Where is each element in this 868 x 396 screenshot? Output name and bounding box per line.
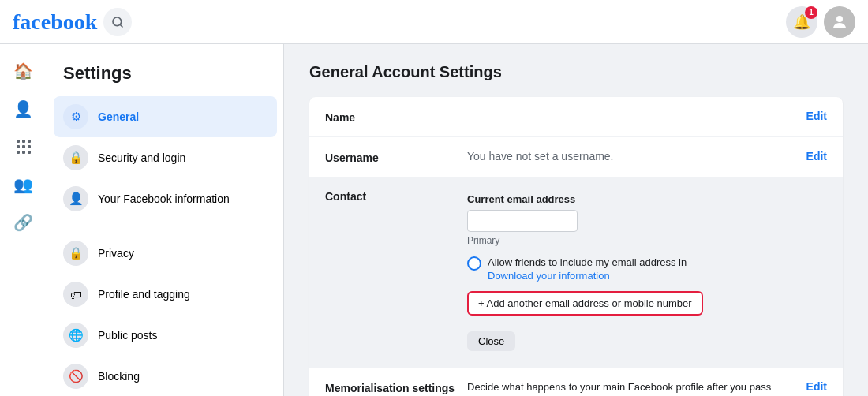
username-row: Username You have not set a username. Ed… [309, 137, 843, 177]
radio-dot [471, 260, 477, 267]
sidebar-item-blocking[interactable]: 🚫 Blocking [54, 356, 277, 396]
svg-rect-10 [22, 151, 25, 154]
memorialisation-desc: Decide what happens to your main Faceboo… [467, 381, 771, 396]
username-action: Edit [794, 150, 827, 163]
name-edit-link[interactable]: Edit [806, 110, 827, 122]
svg-rect-8 [28, 145, 31, 148]
sidebar-item-fb-info[interactable]: 👤 Your Facebook information [54, 178, 277, 219]
memorialisation-label: Memorialisation settings [325, 380, 467, 394]
contact-label: Contact [325, 190, 467, 203]
memorialisation-action: Edit [794, 380, 827, 393]
allow-friends-text-block: Allow friends to include my email addres… [488, 256, 687, 282]
profile-nav-button[interactable]: 👤 [6, 92, 41, 126]
svg-rect-6 [17, 145, 20, 148]
name-label: Name [325, 110, 467, 124]
settings-sidebar: Settings ⚙ General 🔒 Security and login … [47, 44, 284, 396]
left-icon-bar: 🏠 👤 👥 🔗 [0, 44, 47, 396]
profile-tag-icon: 🏷 [63, 282, 88, 307]
allow-friends-radio[interactable] [467, 256, 481, 271]
contact-row: Contact Current email address Primary Al… [309, 177, 843, 368]
contact-content: Current email address Primary Allow frie… [467, 190, 827, 354]
svg-line-1 [120, 24, 122, 27]
blocking-icon: 🚫 [63, 364, 88, 389]
svg-rect-11 [28, 151, 31, 154]
add-email-button[interactable]: + Add another email address or mobile nu… [467, 291, 703, 316]
add-email-wrapper: + Add another email address or mobile nu… [467, 291, 827, 323]
sidebar-item-profile-tagging[interactable]: 🏷 Profile and tagging [54, 274, 277, 315]
sidebar-item-privacy[interactable]: 🔒 Privacy [54, 233, 277, 274]
allow-friends-text: Allow friends to include my email addres… [488, 256, 687, 268]
sidebar-item-label: General [98, 110, 139, 123]
sidebar-item-label: Profile and tagging [98, 288, 190, 301]
user-avatar-icon [830, 13, 849, 32]
svg-rect-4 [22, 140, 25, 143]
sidebar-item-label: Security and login [98, 151, 185, 164]
name-row: Name Edit [309, 97, 843, 137]
username-edit-link[interactable]: Edit [806, 150, 827, 163]
sidebar-item-public-posts[interactable]: 🌐 Public posts [54, 315, 277, 356]
page-layout: 🏠 👤 👥 🔗 Settings ⚙ General 🔒 Security an… [0, 44, 868, 396]
username-content: You have not set a username. [467, 150, 794, 163]
sidebar-item-general[interactable]: ⚙ General [54, 96, 277, 137]
security-icon: 🔒 [63, 145, 88, 170]
memorialisation-row: Memorialisation settings Decide what hap… [309, 368, 843, 396]
username-label: Username [325, 150, 467, 164]
primary-label: Primary [467, 235, 827, 246]
sidebar-divider [63, 226, 268, 226]
settings-card: Name Edit Username You have not set a us… [309, 97, 843, 396]
settings-title: Settings [54, 57, 277, 96]
page-title: General Account Settings [309, 63, 843, 81]
memorialisation-content: Decide what happens to your main Faceboo… [467, 380, 794, 396]
email-section-label: Current email address [467, 193, 827, 205]
groups-nav-button[interactable]: 👥 [6, 167, 41, 202]
profile-avatar-button[interactable] [824, 6, 855, 38]
nav-right: 🔔 1 [786, 6, 855, 38]
avatar-circle [824, 6, 855, 38]
main-content: General Account Settings Name Edit Usern… [284, 44, 868, 396]
fb-info-icon: 👤 [63, 186, 88, 211]
public-posts-icon: 🌐 [63, 323, 88, 348]
general-icon: ⚙ [63, 104, 88, 129]
svg-rect-5 [28, 140, 31, 143]
svg-point-2 [836, 16, 843, 22]
apps-nav-button[interactable] [6, 129, 41, 164]
sidebar-item-label: Privacy [98, 247, 134, 260]
nav-left: facebook [13, 8, 132, 36]
svg-rect-9 [17, 151, 20, 154]
svg-rect-7 [22, 145, 25, 148]
name-action: Edit [794, 110, 827, 122]
top-nav: facebook 🔔 1 [0, 0, 868, 44]
home-nav-button[interactable]: 🏠 [6, 54, 41, 88]
notifications-button[interactable]: 🔔 1 [786, 6, 817, 38]
search-icon [111, 16, 124, 28]
apps-icon [16, 139, 32, 155]
svg-rect-3 [17, 140, 20, 143]
search-button[interactable] [103, 8, 132, 36]
email-input[interactable] [467, 210, 578, 232]
notification-badge: 1 [805, 6, 817, 19]
username-value: You have not set a username. [467, 150, 614, 163]
memorialisation-edit-link[interactable]: Edit [806, 380, 827, 393]
sidebar-item-label: Blocking [98, 370, 140, 383]
sidebar-item-security[interactable]: 🔒 Security and login [54, 137, 277, 178]
links-nav-button[interactable]: 🔗 [6, 205, 41, 240]
close-button[interactable]: Close [467, 331, 515, 351]
sidebar-item-label: Public posts [98, 329, 157, 342]
allow-friends-row: Allow friends to include my email addres… [467, 256, 827, 282]
facebook-logo: facebook [13, 9, 97, 35]
sidebar-item-label: Your Facebook information [98, 192, 230, 205]
privacy-icon: 🔒 [63, 241, 88, 266]
download-info-link[interactable]: Download your information [488, 270, 687, 282]
